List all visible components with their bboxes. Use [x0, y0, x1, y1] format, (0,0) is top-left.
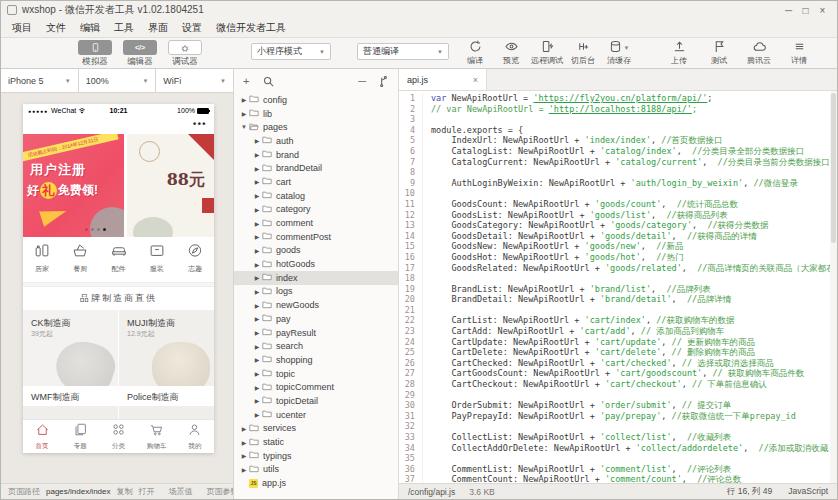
- minimize-button[interactable]: ─: [780, 5, 797, 16]
- code-line[interactable]: 22 CartList: NewApiRootUrl + 'cart/index…: [399, 315, 837, 326]
- menu-item-1[interactable]: 文件: [39, 19, 73, 37]
- chevron-right-icon[interactable]: ▶: [253, 370, 261, 377]
- tree-item-cart[interactable]: ▶cart: [234, 175, 398, 189]
- chevron-right-icon[interactable]: ▶: [253, 343, 261, 350]
- banner-slide-promo[interactable]: 活动截止时间：2014年12月31日 用户注册 好 礼 免费领!: [23, 134, 124, 237]
- 远程调试-button[interactable]: 远程调试: [529, 41, 565, 68]
- chevron-right-icon[interactable]: ▶: [240, 425, 248, 432]
- code-line[interactable]: 1var NewApiRootUrl = 'https://fly2you.cn…: [399, 93, 837, 104]
- code-line[interactable]: 28 CartCheckout: NewApiRootUrl + 'cart/c…: [399, 379, 837, 390]
- code-line[interactable]: 6 CatalogList: NewApiRootUrl + 'catalog/…: [399, 146, 837, 157]
- phone-tab-我的[interactable]: 我的: [176, 420, 214, 453]
- tree-item-ucenter[interactable]: ▶ucenter: [234, 408, 398, 422]
- chevron-right-icon[interactable]: ▶: [253, 397, 261, 404]
- tree-item-hotGoods[interactable]: ▶hotGoods: [234, 257, 398, 271]
- code-line[interactable]: 31 PayPrepayId: NewApiRootUrl + 'pay/pre…: [399, 411, 837, 422]
- chevron-down-icon[interactable]: ▼: [240, 124, 248, 130]
- menu-item-2[interactable]: 编辑: [73, 19, 107, 37]
- tree-item-topic[interactable]: ▶topic: [234, 367, 398, 381]
- brand-card-WMF制造商[interactable]: WMF制造商: [23, 386, 118, 419]
- tree-item-brand[interactable]: ▶brand: [234, 148, 398, 162]
- code-line[interactable]: 33 CollectList: NewApiRootUrl + 'collect…: [399, 432, 837, 443]
- chevron-right-icon[interactable]: ▶: [253, 315, 261, 322]
- tree-item-category[interactable]: ▶category: [234, 203, 398, 217]
- tree-item-lib[interactable]: ▶lib: [234, 107, 398, 121]
- code-line[interactable]: 20 BrandDetail: NewApiRootUrl + 'brand/d…: [399, 294, 837, 305]
- 编译-button[interactable]: 编译: [457, 41, 493, 68]
- add-file-icon[interactable]: +: [243, 75, 249, 87]
- tree-item-pages[interactable]: ▼pages: [234, 120, 398, 134]
- code-line[interactable]: 19 BrandList: NewApiRootUrl + 'brand/lis…: [399, 284, 837, 295]
- chevron-right-icon[interactable]: ▶: [253, 233, 261, 240]
- 切后台-button[interactable]: 切后台: [565, 41, 601, 68]
- menu-item-5[interactable]: 设置: [175, 19, 209, 37]
- code-editor[interactable]: 1var NewApiRootUrl = 'https://fly2you.cn…: [399, 91, 837, 483]
- menu-item-3[interactable]: 工具: [107, 19, 141, 37]
- tree-item-payResult[interactable]: ▶payResult: [234, 326, 398, 340]
- tree-item-commentPost[interactable]: ▶commentPost: [234, 230, 398, 244]
- chevron-right-icon[interactable]: ▶: [253, 274, 261, 281]
- menu-item-4[interactable]: 界面: [141, 19, 175, 37]
- tree-item-typings[interactable]: ▶typings: [234, 449, 398, 463]
- zoom-select[interactable]: 100% ▼: [79, 69, 157, 92]
- tree-item-logs[interactable]: ▶logs: [234, 285, 398, 299]
- code-line[interactable]: 17 GoodsRelated: NewApiRootUrl + 'goods/…: [399, 263, 837, 274]
- tree-item-app.js[interactable]: JSapp.js: [234, 476, 398, 490]
- code-line[interactable]: 3: [399, 114, 837, 125]
- phone-tab-首页[interactable]: 首页: [23, 420, 61, 453]
- code-line[interactable]: 16 GoodsHot: NewApiRootUrl + 'goods/hot'…: [399, 252, 837, 263]
- phone-tab-分类[interactable]: 分类: [99, 420, 137, 453]
- 模拟器-toggle-button[interactable]: 模拟器: [77, 40, 113, 68]
- code-line[interactable]: 11 GoodsCount: NewApiRootUrl + 'goods/co…: [399, 199, 837, 210]
- chevron-right-icon[interactable]: ▶: [253, 329, 261, 336]
- code-line[interactable]: 37 CommentCount: NewApiRootUrl + 'commen…: [399, 474, 837, 483]
- chevron-right-icon[interactable]: ▶: [253, 206, 261, 213]
- open-path-button[interactable]: 打开: [139, 486, 155, 497]
- brand-card-CK制造商[interactable]: CK制造商39元起: [23, 310, 118, 386]
- code-line[interactable]: 35: [399, 453, 837, 464]
- chevron-right-icon[interactable]: ▶: [253, 165, 261, 172]
- code-line[interactable]: 8: [399, 167, 837, 178]
- 编辑器-toggle-button[interactable]: </>编辑器: [122, 40, 158, 68]
- tree-item-index[interactable]: ▶index: [234, 271, 398, 285]
- page-params-button[interactable]: 页面参数: [207, 486, 234, 497]
- chevron-right-icon[interactable]: ▶: [253, 178, 261, 185]
- code-line[interactable]: 34 CollectAddOrDelete: NewApiRootUrl + '…: [399, 443, 837, 454]
- category-志趣[interactable]: 志趣: [176, 241, 214, 282]
- chevron-right-icon[interactable]: ▶: [240, 110, 248, 117]
- code-line[interactable]: 23 CartAdd: NewApiRootUrl + 'cart/add', …: [399, 326, 837, 337]
- brand-card-MUJI制造商[interactable]: MUJI制造商12.9元起: [119, 310, 214, 386]
- tree-item-comment[interactable]: ▶comment: [234, 216, 398, 230]
- 清缓存-button[interactable]: ▼清缓存: [601, 41, 637, 68]
- code-line[interactable]: 14 GoodsDetail: NewApiRootUrl + 'goods/d…: [399, 231, 837, 242]
- code-line[interactable]: 9 AuthLoginByWeixin: NewApiRootUrl + 'au…: [399, 178, 837, 189]
- chevron-right-icon[interactable]: ▶: [253, 261, 261, 268]
- tree-item-newGoods[interactable]: ▶newGoods: [234, 298, 398, 312]
- tree-item-utils[interactable]: ▶utils: [234, 463, 398, 477]
- 测试-button[interactable]: 测试: [699, 41, 739, 66]
- tree-item-topicDetail[interactable]: ▶topicDetail: [234, 394, 398, 408]
- tree-item-static[interactable]: ▶static: [234, 435, 398, 449]
- chevron-right-icon[interactable]: ▶: [240, 466, 248, 473]
- collapse-all-icon[interactable]: ─: [358, 75, 366, 87]
- tree-item-search[interactable]: ▶search: [234, 339, 398, 353]
- network-select[interactable]: WiFi ▼: [156, 69, 233, 92]
- code-line[interactable]: 36 CommentList: NewApiRootUrl + 'comment…: [399, 464, 837, 475]
- category-配件[interactable]: 配件: [99, 241, 137, 282]
- tree-item-topicComment[interactable]: ▶topicComment: [234, 380, 398, 394]
- tree-item-auth[interactable]: ▶auth: [234, 134, 398, 148]
- tree-item-shopping[interactable]: ▶shopping: [234, 353, 398, 367]
- chevron-right-icon[interactable]: ▶: [240, 439, 248, 446]
- code-line[interactable]: 13 GoodsCategory: NewApiRootUrl + 'goods…: [399, 220, 837, 231]
- tree-item-catalog[interactable]: ▶catalog: [234, 189, 398, 203]
- menu-item-6[interactable]: 微信开发者工具: [209, 19, 293, 37]
- tree-item-pay[interactable]: ▶pay: [234, 312, 398, 326]
- scene-value-button[interactable]: 场景值: [169, 486, 193, 497]
- chevron-right-icon[interactable]: ▶: [253, 384, 261, 391]
- code-line[interactable]: 18: [399, 273, 837, 284]
- category-居家[interactable]: 居家: [23, 241, 61, 282]
- menu-item-0[interactable]: 项目: [5, 19, 39, 37]
- code-line[interactable]: 30 OrderSubmit: NewApiRootUrl + 'order/s…: [399, 400, 837, 411]
- tree-item-config[interactable]: ▶config: [234, 93, 398, 107]
- 腾讯云-button[interactable]: 腾讯云: [739, 41, 779, 66]
